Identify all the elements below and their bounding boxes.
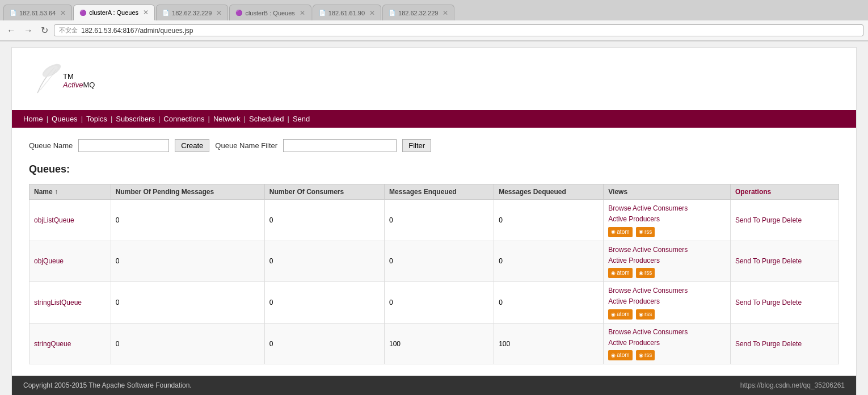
queue-name-label: Queue Name <box>29 141 73 150</box>
purge-link[interactable]: Purge <box>762 216 780 224</box>
nav-item-topics[interactable]: Topics <box>86 114 107 124</box>
atom-icon: ◉ <box>611 228 616 236</box>
nav-item-scheduled[interactable]: Scheduled <box>249 114 284 124</box>
browser-tab-tab6[interactable]: 📄182.62.32.229✕ <box>382 5 454 20</box>
nav-item-queues[interactable]: Queues <box>52 114 78 124</box>
tm-badge: TM <box>63 69 74 81</box>
create-button[interactable]: Create <box>175 139 209 152</box>
nav-item-subscribers[interactable]: Subscribers <box>116 114 155 124</box>
browser-tab-tab4[interactable]: 🟣clusterB : Queues✕ <box>229 5 311 20</box>
feather-icon <box>29 59 63 99</box>
queue-name-input[interactable] <box>78 139 169 152</box>
purge-link[interactable]: Purge <box>762 299 780 306</box>
delete-link[interactable]: Delete <box>782 257 802 265</box>
nav-separator: | <box>111 115 112 123</box>
browser-tab-tab5[interactable]: 📄182.61.61.90✕ <box>313 5 381 20</box>
col-header-2: Number Of Consumers <box>264 184 384 200</box>
atom-badge[interactable]: ◉atom <box>608 350 632 360</box>
reload-button[interactable]: ↻ <box>39 24 50 37</box>
atom-badge[interactable]: ◉atom <box>608 268 632 278</box>
rss-badge[interactable]: ◉rss <box>636 268 655 278</box>
rss-badge[interactable]: ◉rss <box>636 350 655 360</box>
send-to-link[interactable]: Send To <box>735 299 760 306</box>
logo-active-part: Active <box>63 81 83 89</box>
nav-item-send[interactable]: Send <box>293 114 310 124</box>
atom-badge[interactable]: ◉atom <box>608 227 632 237</box>
rss-icon: ◉ <box>639 351 643 359</box>
browse-consumers-link[interactable]: Browse Active Consumers <box>608 204 688 212</box>
page-content: TM ActiveMQ Home|Queues|Topics|Subscribe… <box>11 47 857 395</box>
browser-tab-tab2[interactable]: 🟣clusterA : Queues✕ <box>73 5 155 20</box>
tab-bar: 📄182.61.53.64✕🟣clusterA : Queues✕📄182.62… <box>0 0 868 20</box>
table-row: stringQueue00100100 Browse Active Consum… <box>30 323 839 364</box>
rss-icon: ◉ <box>639 228 643 236</box>
atom-badge[interactable]: ◉atom <box>608 309 632 320</box>
address-text[interactable]: 182.61.53.64:8167/admin/queues.jsp <box>81 27 193 35</box>
views-cell: Browse Active Consumers Active Producers… <box>604 323 731 364</box>
tab-label: 182.62.32.229 <box>172 10 212 16</box>
delete-link[interactable]: Delete <box>782 340 802 348</box>
tab-close-button[interactable]: ✕ <box>143 9 149 16</box>
footer-copyright: Copyright 2005-2015 The Apache Software … <box>23 381 192 389</box>
forward-button[interactable]: → <box>22 24 35 37</box>
active-producers-link[interactable]: Active Producers <box>608 215 660 223</box>
queue-name-link[interactable]: stringListQueue <box>34 299 82 306</box>
main-content: Queue Name Create Queue Name Filter Filt… <box>12 128 856 376</box>
rss-icon: ◉ <box>639 310 643 318</box>
active-producers-link[interactable]: Active Producers <box>608 257 660 264</box>
send-to-link[interactable]: Send To <box>735 257 760 265</box>
footer-link[interactable]: https://blog.csdn.net/qq_35206261 <box>740 381 845 389</box>
browse-consumers-link[interactable]: Browse Active Consumers <box>608 246 688 254</box>
purge-link[interactable]: Purge <box>762 257 780 265</box>
active-producers-link[interactable]: Active Producers <box>608 297 660 305</box>
browse-consumers-link[interactable]: Browse Active Consumers <box>608 287 688 295</box>
nav-item-connections[interactable]: Connections <box>163 114 204 124</box>
purge-link[interactable]: Purge <box>762 340 780 348</box>
dequeued-cell: 0 <box>494 200 604 241</box>
rss-badge[interactable]: ◉rss <box>636 309 655 320</box>
browse-consumers-link[interactable]: Browse Active Consumers <box>608 328 688 336</box>
tab-icon: 🟣 <box>235 10 242 16</box>
nav-item-network[interactable]: Network <box>213 114 241 124</box>
nav-item-home[interactable]: Home <box>23 114 43 124</box>
queue-name-link[interactable]: stringQueue <box>34 340 71 348</box>
pending-messages-cell: 0 <box>111 241 264 282</box>
queue-name-cell: objListQueue <box>30 200 111 241</box>
queue-name-link[interactable]: objListQueue <box>34 216 74 224</box>
back-button[interactable]: ← <box>5 24 18 37</box>
queue-name-cell: stringListQueue <box>30 282 111 323</box>
nav-separator: | <box>158 115 160 123</box>
tab-icon: 📄 <box>319 10 326 16</box>
security-label: 不安全 <box>59 26 78 35</box>
delete-link[interactable]: Delete <box>782 216 802 224</box>
tab-close-button[interactable]: ✕ <box>369 9 375 17</box>
active-producers-link[interactable]: Active Producers <box>608 339 660 347</box>
enqueued-cell: 0 <box>384 241 494 282</box>
logo-area: TM ActiveMQ <box>12 48 856 110</box>
tab-close-button[interactable]: ✕ <box>443 9 448 17</box>
table-row: objListQueue0000 Browse Active Consumers… <box>30 200 839 241</box>
tab-close-button[interactable]: ✕ <box>60 9 66 17</box>
queue-name-cell: objQueue <box>30 241 111 282</box>
queue-name-cell: stringQueue <box>30 323 111 364</box>
tab-close-button[interactable]: ✕ <box>216 9 222 17</box>
rss-badge[interactable]: ◉rss <box>636 227 655 237</box>
queue-name-filter-label: Queue Name Filter <box>215 141 277 150</box>
col-header-1: Number Of Pending Messages <box>111 184 264 200</box>
nav-separator: | <box>81 115 83 123</box>
consumers-cell: 0 <box>264 200 384 241</box>
queue-name-filter-input[interactable] <box>283 139 397 152</box>
filter-row: Queue Name Create Queue Name Filter Filt… <box>29 139 839 152</box>
col-header-3: Messages Enqueued <box>384 184 494 200</box>
operations-cell: Send To Purge Delete <box>730 200 838 241</box>
send-to-link[interactable]: Send To <box>735 340 760 348</box>
dequeued-cell: 0 <box>494 282 604 323</box>
browser-tab-tab1[interactable]: 📄182.61.53.64✕ <box>3 5 72 20</box>
filter-button[interactable]: Filter <box>402 139 431 152</box>
browser-tab-tab3[interactable]: 📄182.62.32.229✕ <box>156 5 228 20</box>
send-to-link[interactable]: Send To <box>735 216 760 224</box>
delete-link[interactable]: Delete <box>782 299 802 306</box>
consumers-cell: 0 <box>264 241 384 282</box>
tab-close-button[interactable]: ✕ <box>300 9 305 17</box>
queue-name-link[interactable]: objQueue <box>34 257 64 265</box>
